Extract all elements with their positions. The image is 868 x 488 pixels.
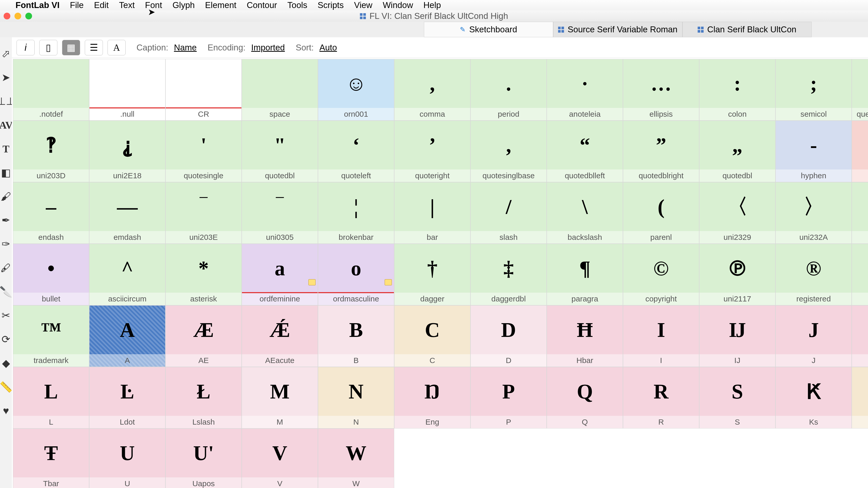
align-tool-icon[interactable]: ⊥⊥ bbox=[0, 95, 12, 107]
glyph-cell[interactable]: JJ bbox=[775, 305, 852, 367]
tab-sketchboard[interactable]: ✎ Sketchboard bbox=[424, 22, 553, 37]
glyph-cell[interactable]: ĲIJ bbox=[699, 305, 775, 367]
glyph-cell[interactable]: AA bbox=[89, 305, 165, 367]
glyph-cell[interactable]: KK bbox=[852, 305, 868, 367]
glyph-cell[interactable]: |bar bbox=[394, 182, 470, 244]
glyph-cell[interactable]: ‘quoteleft bbox=[318, 121, 394, 182]
glyph-cell[interactable]: .null bbox=[89, 59, 165, 121]
glyph-cell[interactable]: ¿questiondown.case bbox=[852, 59, 868, 121]
kerning-tool-icon[interactable]: AV bbox=[0, 119, 12, 131]
glyph-cell[interactable]: ԞKs bbox=[775, 367, 852, 429]
glyph-cell[interactable]: „quotedbl bbox=[699, 121, 775, 182]
glyph-cell[interactable]: †dagger bbox=[394, 244, 470, 305]
menu-text[interactable]: Text bbox=[119, 0, 135, 10]
glyph-cell[interactable]: ŁLslash bbox=[165, 367, 242, 429]
glyph-button[interactable]: A bbox=[107, 40, 126, 55]
menu-contour[interactable]: Contour bbox=[247, 0, 277, 10]
menu-view[interactable]: View bbox=[354, 0, 372, 10]
glyph-cell[interactable]: ℗uni2117 bbox=[699, 244, 775, 305]
glyph-cell[interactable]: ℠uni2120 bbox=[852, 244, 868, 305]
glyph-cell[interactable]: ·anoteleia bbox=[547, 59, 623, 121]
knife-tool-icon[interactable]: 🔪 bbox=[0, 286, 12, 297]
glyph-cell[interactable]: ~asciitilde bbox=[852, 182, 868, 244]
glyph-cell[interactable]: —emdash bbox=[89, 182, 165, 244]
tab-source-serif[interactable]: Source Serif Variable Roman bbox=[553, 22, 682, 37]
glyph-cell[interactable]: ÆAE bbox=[165, 305, 242, 367]
pen-tool-icon[interactable]: ✒ bbox=[0, 214, 12, 226]
text-tool-icon[interactable]: T bbox=[0, 143, 12, 155]
view-single-button[interactable]: ▯ bbox=[39, 40, 57, 55]
glyph-cell[interactable]: ;semicol bbox=[775, 59, 852, 121]
glyph-cell[interactable]: ‚quotesinglbase bbox=[470, 121, 547, 182]
menu-element[interactable]: Element bbox=[205, 0, 236, 10]
heart-tool-icon[interactable]: ♥ bbox=[0, 405, 12, 417]
glyph-cell[interactable]: \backslash bbox=[547, 182, 623, 244]
lasso-tool-icon[interactable]: ⟳ bbox=[0, 333, 12, 345]
glyph-cell[interactable]: PP bbox=[470, 367, 547, 429]
glyph-cell[interactable]: CC bbox=[394, 305, 470, 367]
calligraphy-tool-icon[interactable]: 🖋 bbox=[0, 262, 12, 274]
glyph-cell[interactable]: .notdef bbox=[13, 59, 89, 121]
glyph-cell[interactable]: ¶paragra bbox=[547, 244, 623, 305]
cursor-tool-icon[interactable]: ⬀ bbox=[0, 48, 12, 59]
glyph-cell[interactable]: •bullet bbox=[13, 244, 89, 305]
encoding-value[interactable]: Imported bbox=[251, 43, 285, 53]
info-button[interactable]: i bbox=[17, 40, 35, 55]
glyph-cell[interactable]: …ellipsis bbox=[623, 59, 699, 121]
menu-edit[interactable]: Edit bbox=[94, 0, 109, 10]
glyph-cell[interactable]: ☺orn001 bbox=[318, 59, 394, 121]
glyph-cell[interactable]: ŊEng bbox=[394, 367, 470, 429]
glyph-cell[interactable]: SS bbox=[699, 367, 775, 429]
glyph-cell[interactable]: UU bbox=[89, 429, 165, 488]
glyph-cell[interactable]: II bbox=[623, 305, 699, 367]
glyph-cell[interactable]: ‾uni203E bbox=[165, 182, 242, 244]
view-list-button[interactable]: ☰ bbox=[85, 40, 103, 55]
glyph-cell[interactable]: CR bbox=[165, 59, 242, 121]
menu-file[interactable]: File bbox=[70, 0, 84, 10]
glyph-cell[interactable]: "quotedbl bbox=[242, 121, 318, 182]
menu-window[interactable]: Window bbox=[383, 0, 413, 10]
close-button[interactable] bbox=[4, 13, 10, 20]
glyph-cell[interactable]: LL bbox=[13, 367, 89, 429]
view-grid-button[interactable]: ▦ bbox=[62, 40, 80, 55]
scissors-tool-icon[interactable]: ✂ bbox=[0, 310, 12, 321]
menu-tools[interactable]: Tools bbox=[287, 0, 307, 10]
glyph-cell[interactable]: QQ bbox=[547, 367, 623, 429]
menu-glyph[interactable]: Glyph bbox=[173, 0, 195, 10]
glyph-cell[interactable]: ‒figuredash bbox=[852, 121, 868, 182]
glyph-cell[interactable]: BB bbox=[318, 305, 394, 367]
glyph-cell[interactable]: –endash bbox=[13, 182, 89, 244]
glyph-cell[interactable]: .period bbox=[470, 59, 547, 121]
brush-tool-icon[interactable]: 🖌 bbox=[0, 191, 12, 202]
glyph-cell[interactable]: space bbox=[242, 59, 318, 121]
glyph-cell[interactable]: ™trademark bbox=[13, 305, 89, 367]
glyph-grid-scroll[interactable]: .notdef.nullCRspace☺orn001,comma.period·… bbox=[12, 58, 868, 488]
menu-scripts[interactable]: Scripts bbox=[318, 0, 344, 10]
menu-help[interactable]: Help bbox=[424, 0, 441, 10]
glyph-cell[interactable]: ⸘uni2E18 bbox=[89, 121, 165, 182]
glyph-cell[interactable]: WW bbox=[318, 429, 394, 488]
sort-value[interactable]: Auto bbox=[319, 43, 337, 53]
tab-clan-serif[interactable]: Clan Serif Black UltCon bbox=[682, 22, 812, 37]
glyph-cell[interactable]: VV bbox=[242, 429, 318, 488]
glyph-cell[interactable]: :colon bbox=[699, 59, 775, 121]
glyph-cell[interactable]: TT bbox=[852, 367, 868, 429]
app-name[interactable]: FontLab VI bbox=[16, 0, 59, 10]
glyph-cell[interactable]: ĦHbar bbox=[547, 305, 623, 367]
glyph-cell[interactable]: ‡daggerdbl bbox=[470, 244, 547, 305]
glyph-cell[interactable]: ¦brokenbar bbox=[318, 182, 394, 244]
glyph-cell[interactable]: RR bbox=[623, 367, 699, 429]
eraser-tool-icon[interactable]: ◧ bbox=[0, 167, 12, 178]
glyph-cell[interactable]: MM bbox=[242, 367, 318, 429]
glyph-cell[interactable]: aordfeminine bbox=[242, 244, 318, 305]
glyph-cell[interactable]: 〉uni232A bbox=[775, 182, 852, 244]
glyph-cell[interactable]: ŦTbar bbox=[13, 429, 89, 488]
glyph-cell[interactable]: ”quotedblright bbox=[623, 121, 699, 182]
glyph-cell[interactable]: ǼAEacute bbox=[242, 305, 318, 367]
glyph-cell[interactable]: (parenl bbox=[623, 182, 699, 244]
glyph-cell[interactable]: 'quotesingle bbox=[165, 121, 242, 182]
menu-font[interactable]: Font bbox=[145, 0, 162, 10]
caption-value[interactable]: Name bbox=[174, 43, 197, 53]
nib-tool-icon[interactable]: ✑ bbox=[0, 238, 12, 250]
glyph-cell[interactable]: ^asciicircum bbox=[89, 244, 165, 305]
